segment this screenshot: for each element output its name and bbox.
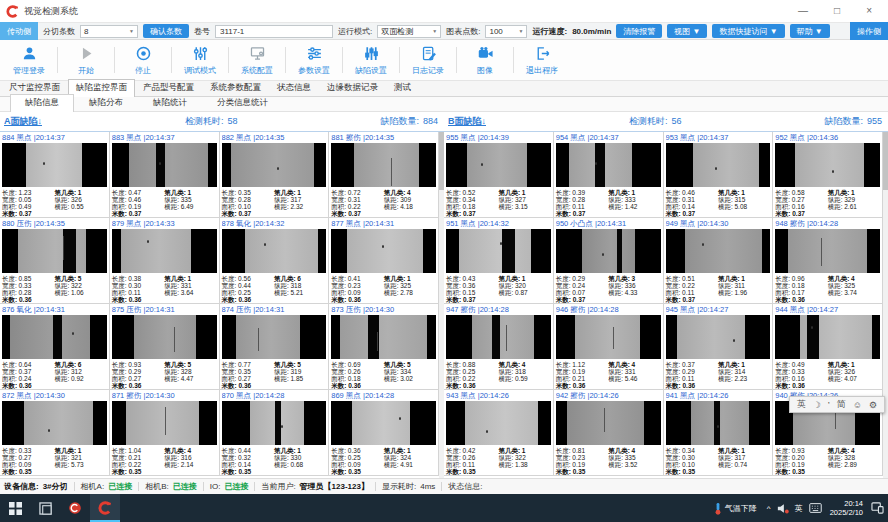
toolbar-button-user[interactable]: 管理登录 — [2, 40, 56, 80]
toolbar-button-monitor[interactable]: 系统配置 — [230, 40, 284, 80]
defect-info: 长度: 0.88宽度: 0.25面积: 0.22米数: 0.36第几类: 4纵距… — [446, 359, 551, 389]
ime-simplified-toggle[interactable]: 简 — [837, 398, 846, 411]
panel-scrollbar[interactable] — [883, 132, 888, 478]
confirm-count-button[interactable]: 确认条数 — [143, 24, 189, 38]
defect-cell[interactable]: 869 黑点 |20:14:28长度: 0.36宽度: 0.25面积: 0.09… — [329, 390, 439, 476]
defect-cell[interactable]: 947 擦伤 |20:14:28长度: 0.88宽度: 0.25面积: 0.22… — [444, 304, 554, 390]
toolbar-button-sliders-v[interactable]: 缺陷设置 — [344, 40, 398, 80]
subtab-缺陷分布[interactable]: 缺陷分布 — [74, 94, 138, 111]
chart-points-select[interactable]: 100▼ — [485, 25, 527, 38]
minimize-button[interactable]: — — [798, 6, 808, 16]
defect-cell[interactable]: 954 黑点 |20:14:37长度: 0.39宽度: 0.28面积: 0.11… — [554, 132, 664, 218]
scrollbar-thumb[interactable] — [883, 132, 888, 190]
help-menu-button[interactable]: 帮助 ▼ — [790, 24, 830, 38]
operate-side-button[interactable]: 操作侧 — [850, 22, 888, 40]
defect-class: 第几类: 1 — [384, 447, 436, 454]
defect-cell[interactable]: 941 黑点 |20:14:26长度: 0.34宽度: 0.30面积: 0.10… — [664, 390, 774, 476]
data-quick-access-menu-button[interactable]: 数据快捷访问 ▼ — [712, 24, 784, 38]
defect-class: 第几类: 1 — [828, 361, 880, 368]
defect-cell[interactable]: 880 压伤 |20:14:35长度: 0.85宽度: 0.33面积: 0.28… — [0, 218, 110, 304]
toolbar-button-play[interactable]: 开始 — [59, 40, 113, 80]
defect-cell[interactable]: 870 黑点 |20:14:28长度: 0.44宽度: 0.32面积: 0.14… — [220, 390, 330, 476]
detect-elapsed: 检测耗时:56 — [629, 115, 682, 128]
defect-class: 第几类: 1 — [54, 189, 106, 196]
defect-cell[interactable]: 884 黑点 |20:14:37长度: 1.23宽度: 0.05面积: 0.49… — [0, 132, 110, 218]
slit-count-select[interactable]: 8▼ — [80, 25, 138, 38]
defect-horizontal-distance: 横距: 1.06 — [54, 289, 106, 296]
defect-cell[interactable]: 942 擦伤 |20:14:26长度: 0.81宽度: 0.23面积: 0.19… — [554, 390, 664, 476]
ime-language-indicator[interactable]: 英 — [795, 503, 803, 514]
defect-vertical-distance: 纵距: 327 — [498, 196, 550, 203]
camera-field — [340, 315, 427, 359]
defect-cell[interactable]: 953 黑点 |20:14:37长度: 0.46宽度: 0.31面积: 0.14… — [664, 132, 774, 218]
toolbar-button-exit[interactable]: 退出程序 — [515, 40, 569, 80]
defect-cell[interactable]: 952 黑点 |20:14:36长度: 0.58宽度: 0.27面积: 0.16… — [773, 132, 883, 218]
defect-cell[interactable]: 949 黑点 |20:14:30长度: 0.51宽度: 0.22面积: 0.11… — [664, 218, 774, 304]
ime-emoji-icon[interactable]: ☺ — [853, 400, 862, 410]
defect-cell[interactable]: 951 黑点 |20:14:32长度: 0.43宽度: 0.36面积: 0.15… — [444, 218, 554, 304]
defect-image — [112, 401, 217, 445]
volume-icon[interactable] — [777, 503, 789, 514]
defect-info-left: 长度: 0.93宽度: 0.20面积: 0.19米数: 0.35 — [775, 447, 827, 475]
defect-cell[interactable]: 948 擦伤 |20:14:28长度: 0.96宽度: 0.18面积: 0.17… — [773, 218, 883, 304]
tab-测试[interactable]: 测试 — [386, 79, 419, 96]
defect-cell[interactable]: 883 黑点 |20:14:37长度: 0.47宽度: 0.46面积: 0.19… — [110, 132, 220, 218]
camera-field — [788, 229, 868, 273]
taskbar-clock[interactable]: 20:14 2025/2/10 — [828, 499, 865, 517]
ime-settings-icon[interactable]: ⚙ — [869, 400, 877, 410]
defect-meters: 米数: 0.36 — [331, 296, 383, 303]
notification-center-icon[interactable] — [871, 502, 884, 514]
defect-cell[interactable]: 945 黑点 |20:14:27长度: 0.37宽度: 0.29面积: 0.11… — [664, 304, 774, 390]
subtab-分类信息统计[interactable]: 分类信息统计 — [202, 94, 283, 111]
maximize-button[interactable]: □ — [834, 6, 840, 16]
defect-cell[interactable]: 881 擦伤 |20:14:35长度: 0.72宽度: 0.31面积: 0.22… — [329, 132, 439, 218]
camera-b-label: 相机B: — [145, 481, 169, 492]
toolbar-button-log[interactable]: 日志记录 — [401, 40, 455, 80]
defect-cell[interactable]: 943 黑点 |20:14:26长度: 0.42宽度: 0.26面积: 0.11… — [444, 390, 554, 476]
defect-cell[interactable]: 875 压伤 |20:14:31长度: 0.93宽度: 0.29面积: 0.27… — [110, 304, 220, 390]
hidden-icons-chevron[interactable]: ^ — [767, 504, 771, 513]
start-button[interactable] — [0, 494, 30, 522]
defect-cell[interactable]: 871 擦伤 |20:14:30长度: 1.04宽度: 0.21面积: 0.22… — [110, 390, 220, 476]
defect-cell[interactable]: 944 黑点 |20:14:27长度: 0.49宽度: 0.33面积: 0.16… — [773, 304, 883, 390]
weather-widget[interactable]: 气温下降 — [710, 494, 761, 522]
defect-info-right: 第几类: 1纵距: 324横距: 4.91 — [384, 447, 436, 475]
tab-边缘数据记录[interactable]: 边缘数据记录 — [319, 79, 386, 96]
subtab-缺陷统计[interactable]: 缺陷统计 — [138, 94, 202, 111]
ime-punctuation-icon[interactable]: ’ — [828, 400, 830, 410]
clear-alarm-button[interactable]: 清除报警 — [616, 24, 662, 38]
ime-lang-toggle[interactable]: 英 — [797, 398, 806, 411]
defect-vertical-distance: 纵距: 312 — [54, 368, 106, 375]
subtab-缺陷信息[interactable]: 缺陷信息 — [10, 94, 74, 112]
defect-width: 宽度: 0.27 — [2, 454, 54, 461]
ime-fullhalf-icon[interactable]: ☽ — [813, 400, 821, 410]
defect-cell[interactable]: 877 黑点 |20:14:31长度: 0.41宽度: 0.23面积: 0.09… — [329, 218, 439, 304]
drive-side-button[interactable]: 传动侧 — [0, 22, 38, 40]
taskbar-app-icon-active[interactable] — [90, 494, 120, 522]
panel-title[interactable]: A面缺陷↓ — [4, 115, 42, 128]
view-menu-button[interactable]: 视图 ▼ — [667, 24, 707, 38]
run-mode-select[interactable]: 双面检测▼ — [377, 25, 441, 38]
defect-cell[interactable]: 873 压伤 |20:14:30长度: 0.69宽度: 0.26面积: 0.18… — [329, 304, 439, 390]
defect-cell[interactable]: 874 压伤 |20:14:31长度: 0.77宽度: 0.35面积: 0.27… — [220, 304, 330, 390]
defect-cell[interactable]: 950 小凸点 |20:14:31长度: 0.29宽度: 0.24面积: 0.0… — [554, 218, 664, 304]
defect-cell[interactable]: 872 黑点 |20:14:30长度: 0.33宽度: 0.27面积: 0.09… — [0, 390, 110, 476]
roll-number-input[interactable]: 3117-1 — [215, 25, 333, 38]
defect-cell[interactable]: 882 黑点 |20:14:35长度: 0.35宽度: 0.28面积: 0.10… — [220, 132, 330, 218]
toolbar-button-camera[interactable]: 图像 — [458, 40, 512, 80]
defect-cell[interactable]: 878 氧化 |20:14:32长度: 0.56宽度: 0.44面积: 0.25… — [220, 218, 330, 304]
defect-area: 面积: 0.18 — [446, 203, 498, 210]
defect-cell[interactable]: 946 擦伤 |20:14:28长度: 1.12宽度: 0.19面积: 0.21… — [554, 304, 664, 390]
toolbar-button-sliders-h[interactable]: 参数设置 — [287, 40, 341, 80]
taskbar-app-icon[interactable] — [60, 494, 90, 522]
defect-cell[interactable]: 879 黑点 |20:14:33长度: 0.38宽度: 0.30面积: 0.11… — [110, 218, 220, 304]
toolbar-button-tune[interactable]: 调试模式 — [173, 40, 227, 80]
defect-cell[interactable]: 955 黑点 |20:14:39长度: 0.52宽度: 0.34面积: 0.18… — [444, 132, 554, 218]
close-button[interactable]: × — [866, 6, 872, 16]
defect-info-left: 长度: 0.37宽度: 0.29面积: 0.11米数: 0.36 — [666, 361, 718, 389]
task-view-icon[interactable] — [30, 494, 60, 522]
defect-cell[interactable]: 876 氧化 |20:14:31长度: 0.64宽度: 0.37面积: 0.24… — [0, 304, 110, 390]
panel-title[interactable]: B面缺陷↓ — [448, 115, 486, 128]
toolbar-button-stop[interactable]: 停止 — [116, 40, 170, 80]
keyboard-icon[interactable] — [809, 503, 822, 513]
